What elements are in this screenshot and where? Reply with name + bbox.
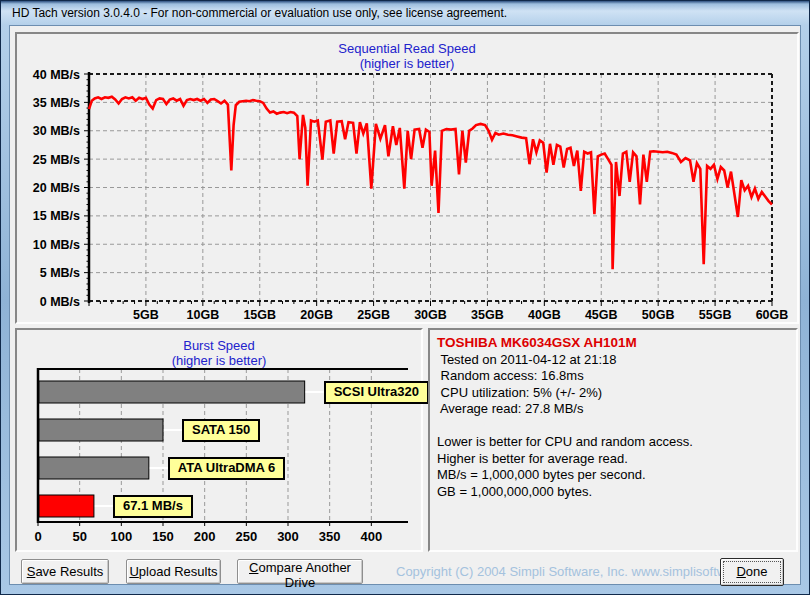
burst-bar	[39, 457, 149, 479]
x-tick-label: 45GB	[585, 308, 618, 322]
x-tick-label: 10GB	[187, 308, 220, 322]
client-area: Sequential Read Speed (higher is better)…	[9, 25, 801, 585]
save-results-button[interactable]: Save Results	[21, 559, 109, 584]
y-tick-label: 15 MB/s	[33, 209, 80, 223]
y-tick-label: 40 MB/s	[33, 68, 80, 82]
x-tick-label: 150	[152, 529, 174, 544]
x-tick-label: 30GB	[414, 308, 447, 322]
copyright-text: Copyright (C) 2004 Simpli Software, Inc.…	[396, 564, 773, 579]
burst-speed-panel: Burst Speed (higher is better) 050100150…	[15, 328, 423, 552]
x-tick-label: 15GB	[243, 308, 276, 322]
y-tick-label: 30 MB/s	[33, 124, 80, 138]
burst-bar-label: ATA UltraDMA 6	[168, 457, 286, 480]
burst-bar-label: 67.1 MB/s	[113, 495, 193, 518]
x-tick-label: 0	[34, 529, 41, 544]
x-tick-label: 20GB	[300, 308, 333, 322]
y-tick-label: 25 MB/s	[33, 153, 80, 167]
x-tick-label: 50GB	[642, 308, 675, 322]
y-tick-label: 10 MB/s	[33, 238, 80, 252]
sequential-read-panel: Sequential Read Speed (higher is better)…	[15, 32, 799, 324]
info-line: Average read: 27.8 MB/s	[437, 401, 789, 418]
done-button-label: Done	[736, 564, 767, 579]
y-tick-label: 35 MB/s	[33, 96, 80, 110]
x-tick-label: 100	[110, 529, 132, 544]
sequential-read-chart: 40 MB/s35 MB/s30 MB/s25 MB/s20 MB/s15 MB…	[17, 34, 797, 322]
info-line: Higher is better for average read.	[437, 451, 789, 468]
info-line: Random access: 16.8ms	[437, 368, 789, 385]
burst-bar	[39, 495, 94, 517]
burst-bar-label: SATA 150	[182, 419, 260, 442]
drive-model-title: TOSHIBA MK6034GSX AH101M	[437, 335, 789, 352]
y-tick-label: 20 MB/s	[33, 181, 80, 195]
info-line	[437, 418, 789, 435]
x-tick-label: 400	[360, 529, 382, 544]
app-window: HD Tach version 3.0.4.0 - For non-commer…	[0, 0, 810, 595]
window-titlebar[interactable]: HD Tach version 3.0.4.0 - For non-commer…	[1, 1, 809, 25]
window-title: HD Tach version 3.0.4.0 - For non-commer…	[12, 6, 507, 20]
info-line: CPU utilization: 5% (+/- 2%)	[437, 385, 789, 402]
info-line: GB = 1,000,000,000 bytes.	[437, 484, 789, 501]
x-tick-label: 300	[277, 529, 299, 544]
x-tick-label: 350	[319, 529, 341, 544]
x-tick-label: 60GB	[756, 308, 789, 322]
burst-bar	[39, 419, 163, 441]
drive-info-panel: TOSHIBA MK6034GSX AH101M Tested on 2011-…	[428, 328, 798, 552]
x-tick-label: 50	[72, 529, 86, 544]
info-line: Tested on 2011-04-12 at 21:18	[437, 352, 789, 369]
x-tick-label: 40GB	[528, 308, 561, 322]
x-tick-label: 55GB	[699, 308, 732, 322]
x-tick-label: 25GB	[357, 308, 390, 322]
burst-bar	[39, 381, 305, 403]
compare-another-drive-button[interactable]: Compare Another Drive	[237, 559, 363, 584]
x-tick-label: 200	[194, 529, 216, 544]
upload-results-button[interactable]: Upload Results	[126, 559, 221, 584]
done-button[interactable]: Done	[720, 558, 784, 586]
info-line: MB/s = 1,000,000 bytes per second.	[437, 467, 789, 484]
info-line: Lower is better for CPU and random acces…	[437, 434, 789, 451]
y-tick-label: 5 MB/s	[40, 266, 80, 280]
y-tick-label: 0 MB/s	[40, 295, 80, 309]
x-tick-label: 250	[235, 529, 257, 544]
x-tick-label: 35GB	[471, 308, 504, 322]
x-tick-label: 5GB	[133, 308, 159, 322]
burst-bar-label: SCSI Ultra320	[324, 381, 429, 404]
